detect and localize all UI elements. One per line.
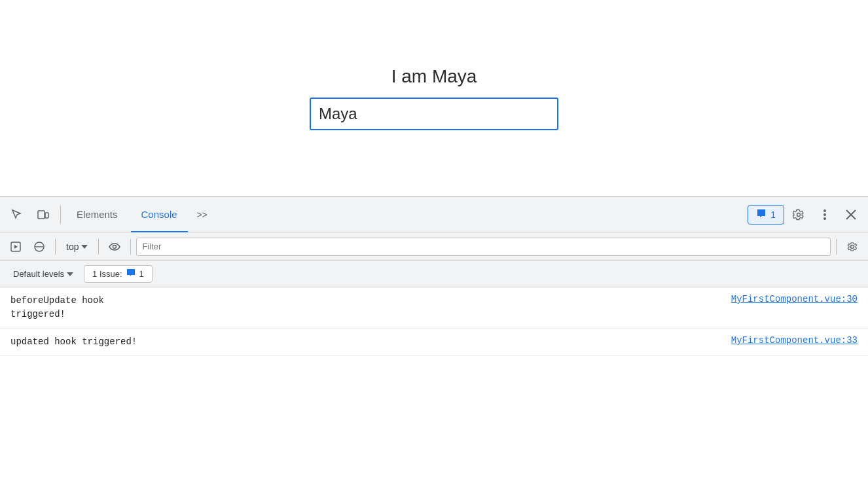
context-label: top: [66, 242, 79, 252]
log-entry: updated hook triggered! MyFirstComponent…: [0, 329, 868, 356]
default-levels-button[interactable]: Default levels: [8, 266, 79, 281]
eye-icon: [109, 243, 120, 251]
log-source-1[interactable]: MyFirstComponent.vue:30: [731, 294, 858, 304]
log-message-1: beforeUpdate hook triggered!: [10, 294, 721, 321]
log-source-2[interactable]: MyFirstComponent.vue:33: [731, 335, 858, 346]
console-separator-4: [836, 239, 837, 255]
levels-dropdown-icon: [67, 272, 73, 276]
svg-point-4: [823, 217, 826, 220]
svg-point-3: [823, 213, 826, 216]
dropdown-arrow-icon: [81, 245, 88, 249]
more-tabs-button[interactable]: >>: [190, 203, 214, 226]
live-expressions-button[interactable]: [104, 236, 125, 257]
settings-button[interactable]: [787, 203, 810, 226]
name-input[interactable]: [310, 98, 558, 130]
svg-point-12: [113, 245, 117, 248]
close-icon: [846, 209, 856, 220]
clear-console-button[interactable]: [29, 236, 50, 257]
inspect-icon: [11, 209, 23, 221]
console-settings-button[interactable]: [842, 236, 863, 257]
filter-input[interactable]: [136, 238, 831, 256]
message-badge[interactable]: 1: [748, 205, 784, 225]
gear-icon: [793, 209, 805, 221]
no-entry-icon: [34, 242, 45, 252]
console-separator-3: [130, 239, 131, 255]
console-separator-2: [98, 239, 99, 255]
issue-count: 1: [139, 269, 144, 279]
default-levels-label: Default levels: [13, 269, 64, 279]
log-entry: beforeUpdate hook triggered! MyFirstComp…: [0, 287, 868, 329]
issue-chat-icon: [126, 268, 136, 278]
play-icon: [10, 242, 21, 252]
issue-badge[interactable]: 1 Issue: 1: [84, 265, 153, 283]
more-options-button[interactable]: [813, 203, 837, 226]
chat-icon: [756, 208, 767, 219]
devtools-toolbar: Elements Console >> 1: [0, 197, 868, 232]
message-badge-count: 1: [770, 209, 776, 220]
devtools-panel: Elements Console >> 1: [0, 196, 868, 504]
tab-console[interactable]: Console: [131, 197, 188, 232]
execute-script-button[interactable]: [5, 236, 26, 257]
device-toggle-button[interactable]: [31, 203, 55, 226]
console-separator-1: [55, 239, 56, 255]
svg-point-2: [823, 209, 826, 212]
level-filter-bar: Default levels 1 Issue: 1: [0, 261, 868, 287]
toolbar-separator-1: [60, 206, 61, 224]
log-message-2: updated hook triggered!: [10, 335, 721, 349]
console-toolbar: top: [0, 232, 868, 261]
message-badge-icon: [756, 208, 767, 221]
inspect-element-button[interactable]: [5, 203, 29, 226]
context-selector[interactable]: top: [61, 239, 93, 255]
device-icon: [37, 209, 49, 221]
svg-marker-8: [14, 245, 18, 249]
close-devtools-button[interactable]: [839, 203, 863, 226]
main-content: I am Maya: [0, 0, 868, 196]
svg-rect-0: [38, 211, 45, 219]
issue-label: 1 Issue:: [92, 269, 122, 279]
console-gear-icon: [846, 241, 858, 253]
issue-icon: [126, 268, 136, 279]
dots-vertical-icon: [823, 209, 826, 221]
svg-rect-1: [45, 213, 48, 218]
tab-elements[interactable]: Elements: [66, 197, 128, 232]
greeting-label: I am Maya: [391, 66, 477, 87]
svg-marker-11: [81, 245, 88, 249]
console-log-area: beforeUpdate hook triggered! MyFirstComp…: [0, 287, 868, 504]
svg-marker-13: [67, 272, 73, 276]
